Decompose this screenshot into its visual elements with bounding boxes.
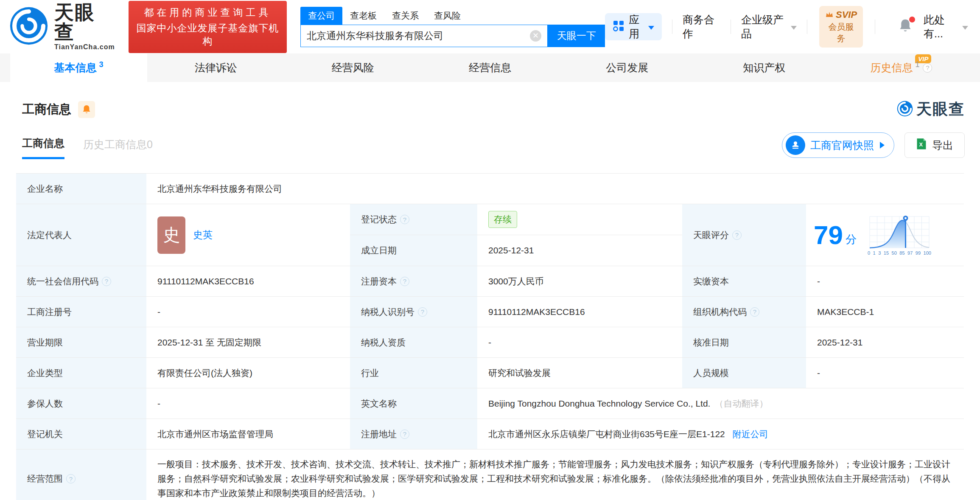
- nav-enterprise-label: 企业级产品: [741, 13, 787, 41]
- divider: [875, 20, 875, 34]
- help-icon[interactable]: ?: [66, 474, 76, 483]
- tab-label: 法律诉讼: [195, 61, 237, 75]
- account-label: 此处有...: [924, 13, 959, 41]
- notification-bell-icon[interactable]: [898, 18, 913, 35]
- row-label: 注册资本 ?: [350, 266, 477, 296]
- help-icon[interactable]: ?: [400, 215, 409, 224]
- search-tab-boss[interactable]: 查老板: [342, 7, 384, 25]
- tab-label: 历史信息: [870, 61, 913, 75]
- tab-label: 知识产权: [743, 61, 785, 75]
- registration-no-value: -: [146, 297, 350, 327]
- legal-rep-link[interactable]: 史英: [193, 228, 213, 242]
- subtab-business-info[interactable]: 工商信息: [22, 136, 64, 159]
- export-label: 导出: [932, 138, 953, 152]
- tab-intellectual-property[interactable]: 知识产权: [696, 53, 833, 82]
- tab-operation-info[interactable]: 经营信息: [421, 53, 558, 82]
- help-icon[interactable]: ?: [400, 430, 409, 439]
- row-label: 法定代表人: [16, 204, 146, 266]
- table-row: 法定代表人 史 史英 登记状态 ? 存续 成立日期 2025-12-31 天眼评…: [16, 204, 964, 266]
- establish-date-value: 2025-12-31: [477, 235, 682, 266]
- chevron-down-icon: [962, 26, 968, 30]
- label-text: 组织机构代码: [693, 306, 747, 318]
- table-row: 统一社会信用代码 ? 91110112MAK3ECCB16 注册资本 ? 300…: [16, 266, 964, 297]
- score-unit: 分: [846, 232, 857, 247]
- label-text: 纳税人识别号: [361, 306, 414, 318]
- tab-basic-info[interactable]: 基本信息 3: [10, 53, 147, 82]
- row-label: 核准日期: [682, 327, 806, 357]
- divider: [672, 20, 672, 34]
- search-tab-company[interactable]: 查公司: [300, 7, 342, 25]
- chevron-down-icon: [648, 26, 654, 30]
- subscribe-bell-icon[interactable]: [78, 101, 95, 118]
- export-button[interactable]: X 导出: [904, 132, 965, 158]
- table-row: 工商注册号 - 纳税人识别号 ? 91110112MAK3ECCB16 组织机构…: [16, 297, 964, 327]
- snapshot-label: 工商官网快照: [810, 138, 874, 152]
- table-row: 参保人数 - 英文名称 Beijing Tongzhou Donghua Tec…: [16, 388, 964, 419]
- legal-rep-avatar[interactable]: 史: [157, 216, 185, 254]
- nearby-companies-link[interactable]: 附近公司: [733, 428, 768, 440]
- table-row: 企业类型 有限责任公司(法人独资) 行业 研究和试验发展 人员规模 -: [16, 358, 964, 388]
- search-tab-relation[interactable]: 查关系: [384, 7, 426, 25]
- row-label: 纳税人资质: [350, 327, 477, 357]
- apps-button[interactable]: 应用: [605, 13, 662, 40]
- search-input[interactable]: [307, 30, 530, 42]
- tab-legal-litigation[interactable]: 法律诉讼: [147, 53, 284, 82]
- header-nav: 应用 商务合作 企业级产品 SVIP 会员服务: [605, 6, 968, 48]
- table-row: 登记机关 北京市通州区市场监督管理局 注册地址 ? 北京市通州区永乐店镇柴厂屯村…: [16, 419, 964, 449]
- help-icon[interactable]: ?: [923, 63, 932, 73]
- row-label: 组织机构代码 ?: [682, 297, 806, 327]
- help-icon[interactable]: ?: [750, 307, 759, 317]
- row-label: 天眼评分 ?: [682, 204, 806, 266]
- search-tabs: 查公司 查老板 查关系 查风险: [300, 7, 605, 25]
- tianyancha-logo[interactable]: 天眼查 TianYanCha.com: [9, 3, 115, 51]
- tianyancha-watermark: 天眼查: [897, 99, 965, 120]
- arrow-right-icon: [880, 142, 885, 149]
- table-row: 企业名称 北京通州东华科技服务有限公司: [16, 174, 964, 204]
- label-text: 天眼评分: [693, 229, 729, 241]
- search-area: 查公司 查老板 查关系 查风险 ✕ 天眼一下: [300, 7, 605, 47]
- nav-cooperation[interactable]: 商务合作: [683, 13, 720, 41]
- auto-translate-note: （自动翻译）: [714, 398, 768, 410]
- table-row: 营业期限 2025-12-31 至 无固定期限 纳税人资质 - 核准日期 202…: [16, 327, 964, 358]
- account-menu[interactable]: 此处有...: [924, 13, 968, 41]
- svip-sub-label: 会员服务: [825, 21, 857, 44]
- company-nav-tabs: 基本信息 3 法律诉讼 经营风险 经营信息 公司发展 知识产权 历史信息 VIP…: [0, 53, 980, 82]
- search-input-box: ✕: [300, 25, 548, 47]
- help-icon[interactable]: ?: [418, 307, 427, 317]
- promo-banner: 都在用的商业查询工具 国家中小企业发展子基金旗下机构: [129, 1, 287, 53]
- tab-count: 3: [99, 60, 104, 69]
- notification-dot: [909, 17, 915, 22]
- help-icon[interactable]: ?: [400, 277, 409, 286]
- svip-member-button[interactable]: SVIP 会员服务: [819, 6, 863, 48]
- apps-label: 应用: [629, 13, 645, 41]
- search-tab-risk[interactable]: 查风险: [426, 7, 468, 25]
- nav-enterprise-products[interactable]: 企业级产品: [741, 13, 797, 41]
- row-label: 实缴资本: [682, 266, 806, 296]
- tab-company-development[interactable]: 公司发展: [559, 53, 696, 82]
- tab-history-info[interactable]: 历史信息 VIP 1 ?: [833, 53, 970, 82]
- crown-icon: [825, 9, 834, 20]
- tab-label: 经营风险: [332, 61, 374, 75]
- row-label: 纳税人识别号 ?: [350, 297, 477, 327]
- help-icon[interactable]: ?: [102, 277, 111, 286]
- score-distribution-chart: 01 315 5085 9799 100: [868, 215, 931, 256]
- score-axis-ticks: 01 315 5085 9799 100: [868, 250, 931, 256]
- reg-address-cell: 北京市通州区永乐店镇柴厂屯村商业街635号E座一层E1-122 附近公司: [477, 419, 964, 449]
- clear-search-icon[interactable]: ✕: [530, 30, 541, 42]
- tab-label: 经营信息: [469, 61, 511, 75]
- row-label: 企业类型: [16, 358, 146, 388]
- row-label: 工商注册号: [16, 297, 146, 327]
- label-text: 登记状态: [361, 213, 397, 225]
- business-scope-value: 一般项目：技术服务、技术开发、技术咨询、技术交流、技术转让、技术推广；新材料技术…: [146, 449, 964, 500]
- help-icon[interactable]: ?: [732, 230, 742, 240]
- row-label: 登记机关: [16, 419, 146, 449]
- brand-domain: TianYanCha.com: [54, 43, 115, 51]
- official-snapshot-button[interactable]: 工商官网快照: [782, 132, 894, 158]
- subtab-history-business-info[interactable]: 历史工商信息0: [83, 138, 153, 158]
- tianyancha-logo-icon: [9, 6, 48, 47]
- divider: [807, 20, 807, 34]
- tab-operation-risk[interactable]: 经营风险: [284, 53, 421, 82]
- credit-code-value: 91110112MAK3ECCB16: [146, 266, 350, 296]
- reg-status-cell: 存续: [477, 204, 682, 235]
- search-button[interactable]: 天眼一下: [548, 25, 605, 47]
